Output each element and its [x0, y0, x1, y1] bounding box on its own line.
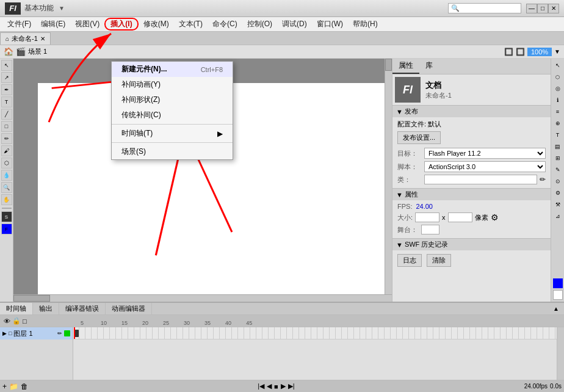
- right-tool-11[interactable]: ⚒: [552, 199, 563, 210]
- right-tool-9[interactable]: ⊙: [552, 176, 563, 187]
- outline-icon[interactable]: □: [23, 318, 27, 325]
- tool-fill[interactable]: ⬡: [1, 158, 12, 169]
- tab-timeline[interactable]: 时间轴: [0, 303, 33, 314]
- tool-ink[interactable]: 💧: [1, 170, 12, 181]
- tab-properties[interactable]: 属性: [392, 59, 419, 74]
- delete-layer-icon[interactable]: 🗑: [21, 382, 28, 391]
- prev-frame-icon[interactable]: |◀: [258, 382, 264, 390]
- dropdown-item-new-symbol[interactable]: 新建元件(N)... Ctrl+F8: [112, 62, 233, 77]
- dropdown-item-timeline[interactable]: 时间轴(T) ▶: [112, 126, 233, 141]
- tab-motion-editor[interactable]: 动画编辑器: [106, 303, 152, 314]
- tool-subselect[interactable]: ↗: [1, 72, 12, 83]
- close-button[interactable]: ✕: [548, 4, 559, 13]
- dropdown-separator1: [112, 124, 233, 125]
- right-tool-1[interactable]: ⬡: [552, 71, 563, 82]
- tool-fill-color[interactable]: F: [1, 223, 12, 234]
- play-back-icon[interactable]: ◀: [267, 382, 272, 390]
- timeline-collapse[interactable]: ▲: [548, 304, 564, 313]
- zoom-dropdown-icon[interactable]: ▼: [554, 48, 560, 55]
- right-tool-4[interactable]: ≡: [552, 106, 563, 117]
- menu-debug[interactable]: 调试(D): [277, 18, 312, 31]
- stop-icon[interactable]: ■: [274, 383, 278, 390]
- menu-view[interactable]: 视图(V): [70, 18, 104, 31]
- menu-text[interactable]: 文本(T): [174, 18, 208, 31]
- timeline-vscroll[interactable]: [557, 327, 564, 380]
- dropdown-item-scene[interactable]: 场景(S): [112, 144, 233, 159]
- log-button[interactable]: 日志: [397, 254, 422, 267]
- swf-section-header[interactable]: ▼ SWF 历史记录: [392, 239, 551, 250]
- height-input[interactable]: 400: [448, 212, 472, 222]
- home-icon: ⌂: [5, 35, 9, 42]
- play-icon[interactable]: ▶: [281, 382, 286, 390]
- fps-display: 24.00fps: [524, 383, 548, 390]
- layer-edit-icon[interactable]: ✏: [57, 330, 62, 336]
- layer-row[interactable]: ▶ □ 图层 1 ✏: [0, 327, 73, 339]
- menu-edit[interactable]: 编辑(E): [36, 18, 70, 31]
- vertical-scrollbar[interactable]: [385, 59, 392, 294]
- tab-library[interactable]: 库: [419, 59, 439, 74]
- right-tool-2[interactable]: ◎: [552, 83, 563, 94]
- right-tool-cursor[interactable]: ↖: [552, 60, 563, 71]
- maximize-button[interactable]: □: [537, 4, 548, 13]
- doc-tab[interactable]: ⌂ 未命名-1 ✕: [0, 32, 51, 45]
- menu-insert[interactable]: 插入(I): [104, 18, 138, 31]
- menu-modify[interactable]: 修改(M): [139, 18, 174, 31]
- right-tool-7[interactable]: ⊞: [552, 153, 563, 164]
- tab-compiler-errors[interactable]: 编译器错误: [59, 303, 106, 314]
- right-tool-5[interactable]: ⊕: [552, 118, 563, 129]
- timeline-controls: 👁 🔒 □ 5 10 15 20 25 30 35: [0, 315, 564, 327]
- lock-icon[interactable]: 🔒: [12, 317, 21, 325]
- playhead[interactable]: [74, 327, 75, 339]
- view-icon1: 🔲: [504, 48, 513, 56]
- publish-settings-button[interactable]: 发布设置...: [397, 131, 441, 144]
- menu-window[interactable]: 窗口(W): [312, 18, 348, 31]
- eye-icon[interactable]: 👁: [4, 318, 10, 325]
- right-tool-3[interactable]: ℹ: [552, 95, 563, 106]
- publish-section-header[interactable]: ▼ 发布: [392, 106, 551, 117]
- tool-text[interactable]: T: [1, 96, 12, 107]
- next-frame-icon[interactable]: ▶|: [288, 382, 295, 390]
- menu-control[interactable]: 控制(O): [242, 18, 277, 31]
- edit-icon[interactable]: ✏: [540, 175, 546, 184]
- right-tool-12[interactable]: ⊿: [552, 211, 563, 222]
- dropdown-item-classic-tween[interactable]: 传统补间(C): [112, 107, 233, 123]
- frame-area: [73, 327, 557, 380]
- horizontal-scrollbar[interactable]: [13, 294, 392, 302]
- tool-rect[interactable]: □: [1, 121, 12, 132]
- layer-name[interactable]: 图层 1: [13, 329, 56, 338]
- right-tool-10[interactable]: ⚙: [552, 187, 563, 198]
- search-input[interactable]: [460, 5, 515, 12]
- right-tool-6[interactable]: ▤: [552, 141, 563, 152]
- menubar: 文件(F) 编辑(E) 视图(V) 插入(I) 修改(M) 文本(T) 命令(C…: [0, 17, 564, 32]
- tool-pen[interactable]: ✒: [1, 84, 12, 95]
- tool-line[interactable]: ╱: [1, 109, 12, 120]
- tool-hand[interactable]: ✋: [1, 194, 12, 205]
- add-folder-icon[interactable]: 📁: [9, 382, 18, 391]
- menu-command[interactable]: 命令(C): [208, 18, 242, 31]
- right-tool-8[interactable]: ✎: [552, 164, 563, 175]
- script-select[interactable]: ActionScript 3.0: [424, 161, 546, 172]
- clear-button[interactable]: 清除: [427, 254, 451, 267]
- tool-brush[interactable]: 🖌: [1, 145, 12, 156]
- right-tool-T[interactable]: T: [552, 129, 563, 140]
- class-input[interactable]: [424, 175, 537, 184]
- tool-stroke-color[interactable]: S: [1, 211, 12, 222]
- minimize-button[interactable]: —: [526, 4, 537, 13]
- tool-arrow[interactable]: ↖: [1, 60, 12, 71]
- target-select[interactable]: Flash Player 11.2: [424, 148, 546, 159]
- zoom-control[interactable]: 100%: [527, 48, 552, 56]
- tab-output[interactable]: 输出: [33, 303, 59, 314]
- stage-color-box[interactable]: [421, 225, 439, 234]
- width-input[interactable]: 550: [415, 212, 439, 222]
- dropdown-item-tween-anim[interactable]: 补间动画(Y): [112, 77, 233, 92]
- tool-pencil[interactable]: ✏: [1, 133, 12, 144]
- properties-section-header[interactable]: ▼ 属性: [392, 189, 551, 200]
- script-label: 脚本：: [397, 162, 422, 172]
- tab-close-icon[interactable]: ✕: [40, 35, 45, 42]
- menu-help[interactable]: 帮助(H): [348, 18, 383, 31]
- tool-zoom[interactable]: 🔍: [1, 182, 12, 193]
- add-layer-icon[interactable]: +: [2, 382, 7, 391]
- dropdown-item-tween-shape[interactable]: 补间形状(Z): [112, 92, 233, 107]
- menu-file[interactable]: 文件(F): [2, 18, 36, 31]
- size-settings-icon[interactable]: ⚙: [491, 212, 499, 222]
